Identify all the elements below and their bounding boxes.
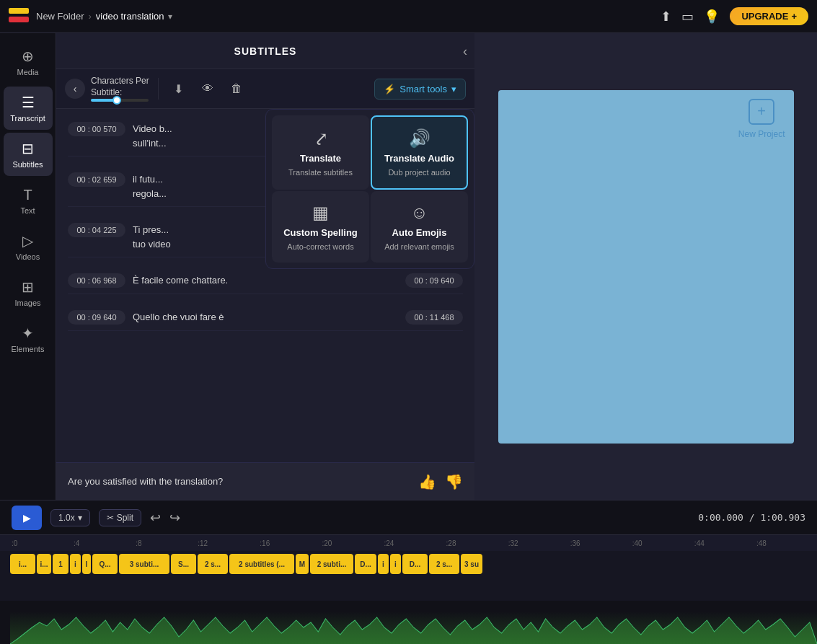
clip-9[interactable]: 2 subtitles (... <box>229 554 294 574</box>
project-name[interactable]: video translation <box>96 11 164 22</box>
play-button[interactable]: ▶ <box>12 506 42 530</box>
ruler-mark-7: :28 <box>445 539 507 547</box>
new-project-button[interactable]: + New Project <box>738 99 785 139</box>
timeline-tracks: i... i... 1 i I Q... 3 subti... S... 2 s… <box>0 551 817 601</box>
scissors-icon: ✂ <box>107 513 114 523</box>
preview-icon[interactable]: ▭ <box>681 9 694 25</box>
subtitle-item-4[interactable]: 00 : 09 640 Quello che vuoi fare è 00 : … <box>68 304 463 331</box>
smart-tools-button[interactable]: ⚡ Smart tools ▾ <box>374 79 466 100</box>
translate-audio-subtitle: Dub project audio <box>388 168 450 177</box>
toolbar-left: ‹ Characters Per Subtitle: <box>65 76 149 101</box>
split-button[interactable]: ✂ Split <box>99 509 141 526</box>
chevron-down-icon: ▾ <box>451 84 456 94</box>
smart-tool-translate-audio[interactable]: 🔊 Translate Audio Dub project audio <box>371 115 468 190</box>
clip-1[interactable]: i... <box>37 554 51 574</box>
upload-icon[interactable]: ⬆ <box>661 9 671 25</box>
ruler-mark-12: :48 <box>755 539 817 547</box>
hide-button[interactable]: 👁 <box>196 77 219 100</box>
auto-emojis-subtitle: Add relevant emojis <box>384 242 454 251</box>
ruler-mark-11: :44 <box>693 539 755 547</box>
clip-7[interactable]: S... <box>171 554 196 574</box>
thumbs-up-button[interactable]: 👍 <box>418 473 436 490</box>
text-icon: T <box>23 187 32 203</box>
elements-icon: ✦ <box>22 325 34 342</box>
clip-3[interactable]: i <box>70 554 81 574</box>
sidebar-item-images[interactable]: ⊞ Images <box>4 271 53 314</box>
ruler-mark-1: :4 <box>72 539 134 547</box>
clip-5[interactable]: Q... <box>92 554 118 574</box>
sidebar-label-transcript: Transcript <box>10 114 45 123</box>
clip-11[interactable]: 2 subti... <box>310 554 353 574</box>
sidebar-item-subtitles[interactable]: ⊟ Subtitles <box>4 133 53 176</box>
chars-per-subtitle: Characters Per Subtitle: <box>91 76 149 101</box>
upgrade-button[interactable]: UPGRADE + <box>730 7 808 25</box>
project-dropdown-icon[interactable]: ▾ <box>168 12 172 22</box>
subtitle-track-clips: i... i... 1 i I Q... 3 subti... S... 2 s… <box>10 554 817 574</box>
slider-handle[interactable] <box>112 96 121 105</box>
subtitle-text-3[interactable]: È facile come chattare. <box>133 273 398 288</box>
smart-tool-translate[interactable]: ⤤ Translate Translate subtitles <box>272 115 369 190</box>
clip-16[interactable]: 2 s... <box>429 554 459 574</box>
folder-name[interactable]: New Folder <box>36 11 84 22</box>
subtitle-time-start-0: 00 : 00 570 <box>68 122 125 136</box>
ruler-mark-9: :36 <box>569 539 631 547</box>
new-project-icon: + <box>748 99 774 125</box>
transcript-icon: ☰ <box>22 94 35 111</box>
breadcrumb: New Folder › video translation ▾ <box>36 11 172 22</box>
undo-button[interactable]: ↩ <box>150 510 161 526</box>
main-layout: ⊕ Media ☰ Transcript ⊟ Subtitles T Text … <box>0 33 817 500</box>
close-icon[interactable]: ‹ <box>463 43 467 58</box>
sidebar-item-media[interactable]: ⊕ Media <box>4 40 53 84</box>
subtitles-icon: ⊟ <box>22 140 34 157</box>
chars-slider[interactable] <box>91 99 149 102</box>
images-icon: ⊞ <box>22 278 34 296</box>
time-display: 0:00.000 / 1:00.903 <box>698 512 805 523</box>
prev-subtitle-button[interactable]: ‹ <box>65 79 85 99</box>
subtitles-panel: SUBTITLES ‹ ‹ Characters Per Subtitle: ⬇… <box>56 33 474 500</box>
lightning-icon: ⚡ <box>384 84 395 94</box>
translate-title: Translate <box>300 153 341 164</box>
speed-button[interactable]: 1.0x ▾ <box>50 509 90 526</box>
speed-chevron-icon: ▾ <box>78 513 82 523</box>
ruler-mark-8: :32 <box>507 539 569 547</box>
sidebar-label-images: Images <box>14 299 40 307</box>
clip-6[interactable]: 3 subti... <box>119 554 169 574</box>
smart-tool-auto-emojis[interactable]: ☺ Auto Emojis Add relevant emojis <box>371 191 468 263</box>
download-button[interactable]: ⬇ <box>167 77 190 100</box>
subtitle-item-3[interactable]: 00 : 06 968 È facile come chattare. 00 :… <box>68 268 463 294</box>
clip-12[interactable]: D... <box>355 554 376 574</box>
clip-13[interactable]: i <box>378 554 389 574</box>
clip-15[interactable]: D... <box>402 554 428 574</box>
tips-icon[interactable]: 💡 <box>704 9 720 25</box>
left-sidebar: ⊕ Media ☰ Transcript ⊟ Subtitles T Text … <box>0 33 56 500</box>
new-project-label: New Project <box>738 129 785 139</box>
clip-4[interactable]: I <box>82 554 91 574</box>
sidebar-label-videos: Videos <box>16 252 40 261</box>
sidebar-item-transcript[interactable]: ☰ Transcript <box>4 87 53 130</box>
auto-emojis-icon: ☺ <box>410 203 428 223</box>
sidebar-label-subtitles: Subtitles <box>12 160 43 169</box>
translate-audio-icon: 🔊 <box>409 128 430 149</box>
clip-0[interactable]: i... <box>10 554 35 574</box>
clip-14[interactable]: i <box>390 554 401 574</box>
delete-button[interactable]: 🗑 <box>225 77 248 100</box>
sidebar-item-videos[interactable]: ▷ Videos <box>4 225 53 268</box>
clip-2[interactable]: 1 <box>53 554 69 574</box>
clip-17[interactable]: 3 su <box>461 554 482 574</box>
sidebar-item-text[interactable]: T Text <box>4 179 53 222</box>
auto-emojis-title: Auto Emojis <box>392 227 447 238</box>
subtitle-track-row: i... i... 1 i I Q... 3 subti... S... 2 s… <box>0 551 817 577</box>
sidebar-item-elements[interactable]: ✦ Elements <box>4 317 53 361</box>
subtitle-time-start-2: 00 : 04 225 <box>68 223 125 237</box>
topbar: New Folder › video translation ▾ ⬆ ▭ 💡 U… <box>0 0 817 33</box>
redo-button[interactable]: ↪ <box>169 510 180 526</box>
clip-8[interactable]: 2 s... <box>198 554 228 574</box>
clip-10[interactable]: M <box>296 554 309 574</box>
thumbs-down-button[interactable]: 👎 <box>445 473 463 490</box>
custom-spelling-title: Custom Spelling <box>283 227 358 238</box>
smart-tool-custom-spelling[interactable]: ▦ Custom Spelling Auto-correct words <box>272 191 369 263</box>
panel-title: SUBTITLES <box>234 45 297 57</box>
subtitle-time-start-3: 00 : 06 968 <box>68 273 125 288</box>
feedback-bar: Are you satisfied with the translation? … <box>56 462 474 500</box>
subtitle-text-4[interactable]: Quello che vuoi fare è <box>133 310 398 325</box>
